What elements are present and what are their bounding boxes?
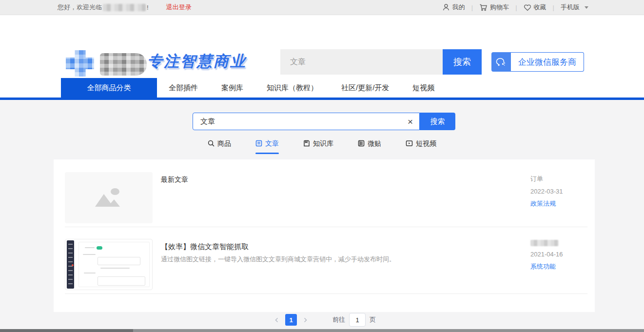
tab-goods[interactable]: 商品 <box>208 139 231 154</box>
article-icon <box>255 140 262 148</box>
tab-posts[interactable]: 微贴 <box>358 139 381 154</box>
results-card: 最新文章 订单 2022-03-31 政策法规 【效率】微信文章智能抓取 通过微… <box>54 159 595 312</box>
mini-textarea <box>98 276 145 286</box>
nav-item-knowledge-base[interactable]: 知识库（教程） <box>255 78 330 98</box>
scrollbar-thumb[interactable] <box>0 329 133 332</box>
chevron-right-icon <box>303 317 308 323</box>
search-icon <box>208 140 215 148</box>
meta-label: 订单 <box>530 175 563 183</box>
greeting: 您好，欢迎光临! 退出登录 <box>58 3 192 12</box>
content-search: × 搜索 <box>193 113 455 130</box>
meta-date: 2021-04-16 <box>530 251 563 258</box>
result-meta: 订单 2022-03-31 政策法规 <box>530 175 563 208</box>
page-root: 您好，欢迎光临! 退出登录 我的 | 购物车 <box>0 0 644 332</box>
row-divider <box>65 227 587 227</box>
logo-mark-redacted[interactable] <box>66 50 94 77</box>
mobile-version-dropdown[interactable]: 手机版 <box>561 3 588 12</box>
wechat-work-icon <box>491 52 511 72</box>
wechat-service-button[interactable]: 企业微信服务商 <box>491 52 584 72</box>
tab-knowledge-label: 知识库 <box>313 139 333 148</box>
favorites-label: 收藏 <box>534 3 546 12</box>
image-placeholder-icon <box>93 187 124 209</box>
heart-icon <box>524 4 531 11</box>
result-type-tabs: 商品 文章 知识库 微贴 <box>0 139 644 154</box>
my-account-link[interactable]: 我的 <box>442 3 465 12</box>
category-link[interactable]: 系统功能 <box>530 262 563 271</box>
result-meta: 2021-04-16 系统功能 <box>530 240 563 271</box>
brand-slogan: 专注智慧商业 专注智慧商业 <box>147 51 247 79</box>
goto-page-input[interactable] <box>349 313 366 327</box>
result-thumbnail-placeholder[interactable] <box>65 172 153 223</box>
wechat-service-label: 企业微信服务商 <box>511 52 584 72</box>
greeting-suffix: ! <box>147 4 149 11</box>
mini-line <box>83 254 96 255</box>
cart-icon <box>479 3 488 11</box>
redacted-username <box>103 4 146 11</box>
topbar: 您好，欢迎光临! 退出登录 我的 | 购物车 <box>0 0 644 15</box>
result-description: 通过微信图文链接，一键导入微信图文文章到商城文章营销中，减少手动发布时间。 <box>161 255 395 264</box>
favorites-link[interactable]: 收藏 <box>524 3 546 12</box>
separator: | <box>471 4 473 11</box>
prev-page-button[interactable] <box>268 317 285 323</box>
page-number-button[interactable]: 1 <box>285 314 297 326</box>
book-icon <box>303 140 310 148</box>
cart-label: 购物车 <box>490 3 509 12</box>
next-page-button[interactable] <box>297 317 314 323</box>
row-divider <box>65 293 587 294</box>
main-nav: 全部商品分类 全部插件 案例库 知识库（教程） 社区/更新/开发 短视频 <box>0 78 644 98</box>
horizontal-scrollbar[interactable] <box>0 329 644 332</box>
page-unit-label: 页 <box>370 315 376 324</box>
nav-item-community[interactable]: 社区/更新/开发 <box>330 78 401 98</box>
my-account-label: 我的 <box>452 3 465 12</box>
mini-line <box>85 247 95 248</box>
logout-link[interactable]: 退出登录 <box>166 3 192 12</box>
separator: | <box>553 4 554 11</box>
result-title[interactable]: 【效率】微信文章智能抓取 <box>161 242 249 252</box>
tab-knowledge[interactable]: 知识库 <box>303 139 333 154</box>
nav-item-all-categories[interactable]: 全部商品分类 <box>61 78 157 98</box>
clear-icon[interactable]: × <box>408 117 413 126</box>
slogan-text: 专注智慧商业 <box>147 51 247 72</box>
tab-posts-label: 微贴 <box>368 139 381 148</box>
result-title[interactable]: 最新文章 <box>161 176 188 184</box>
nav-item-case-library[interactable]: 案例库 <box>210 78 255 98</box>
tab-goods-label: 商品 <box>217 139 231 148</box>
mini-badge <box>72 264 74 266</box>
tab-articles[interactable]: 文章 <box>255 139 279 154</box>
cart-link[interactable]: 购物车 <box>479 3 509 12</box>
user-icon <box>442 3 450 11</box>
tab-short-video-label: 短视频 <box>416 139 436 148</box>
tab-short-video[interactable]: 短视频 <box>406 139 436 154</box>
notes-icon <box>358 140 365 148</box>
tab-articles-label: 文章 <box>265 139 279 148</box>
category-link[interactable]: 政策法规 <box>530 199 563 208</box>
header-search: 搜索 <box>280 49 482 75</box>
mini-form-panel <box>78 242 150 287</box>
chevron-left-icon <box>274 317 279 323</box>
result-thumbnail-screenshot[interactable] <box>65 239 153 290</box>
header-search-input[interactable] <box>280 49 443 75</box>
meta-date: 2022-03-31 <box>530 188 563 195</box>
greeting-prefix: 您好，欢迎光临 <box>58 3 102 12</box>
pagination: 1 前往 页 <box>0 312 644 327</box>
mini-line <box>84 273 96 273</box>
site-header: 专注智慧商业 专注智慧商业 搜索 企业微信服务商 <box>0 15 644 78</box>
mini-textarea <box>98 257 140 265</box>
mini-line <box>100 268 130 269</box>
goto-label: 前往 <box>332 315 345 324</box>
content-search-input[interactable] <box>193 113 419 130</box>
mobile-version-label: 手机版 <box>561 3 580 12</box>
video-icon <box>406 140 413 148</box>
content-search-button[interactable]: 搜索 <box>420 113 455 130</box>
header-search-button[interactable]: 搜索 <box>443 49 482 75</box>
redacted-text <box>530 240 559 246</box>
content-search-field: × <box>193 113 420 130</box>
nav-item-short-video[interactable]: 短视频 <box>401 78 446 98</box>
chevron-down-icon <box>585 6 588 9</box>
topbar-links: 我的 | 购物车 | 收藏 | <box>442 3 588 12</box>
nav-item-all-plugins[interactable]: 全部插件 <box>157 78 210 98</box>
separator: | <box>515 4 517 11</box>
mini-toggle <box>97 246 102 250</box>
logo-name-redacted[interactable] <box>100 53 147 76</box>
